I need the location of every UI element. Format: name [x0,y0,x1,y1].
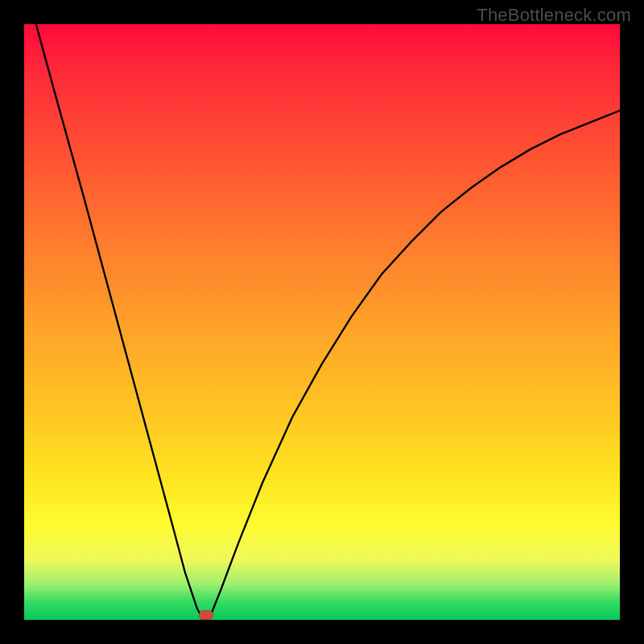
plot-area [24,24,620,620]
minimum-marker [199,610,213,620]
curve-left [36,24,209,620]
chart-frame: TheBottleneck.com [0,0,644,644]
curve-layer [24,24,620,620]
watermark-text: TheBottleneck.com [477,5,631,26]
curve-right [208,110,620,620]
